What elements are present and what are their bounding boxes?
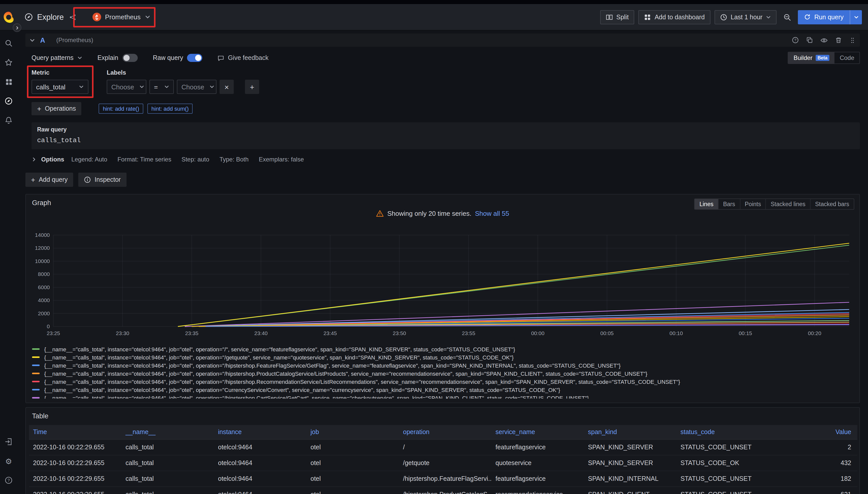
sidebar-item-search[interactable] (0, 36, 17, 51)
explore-compass-icon (24, 13, 33, 21)
query-ref-id: A (40, 36, 45, 44)
sidebar-item-explore[interactable] (0, 93, 17, 109)
legend-item[interactable]: {__name__="calls_total", instance="otelc… (32, 362, 855, 368)
time-range-picker[interactable]: Last 1 hour (715, 10, 777, 24)
graph-mode-points[interactable]: Points (740, 199, 765, 209)
give-feedback-label: Give feedback (228, 54, 269, 61)
explain-label: Explain (97, 54, 118, 61)
legend-item[interactable]: {__name__="calls_total", instance="otelc… (32, 386, 855, 393)
svg-text:23:40: 23:40 (254, 330, 268, 336)
column-header-__name__[interactable]: __name__ (122, 425, 214, 439)
legend-item[interactable]: {__name__="calls_total", instance="otelc… (32, 354, 855, 360)
graph-panel-title: Graph (32, 199, 51, 207)
option-summary-item: Step: auto (181, 156, 209, 163)
query-options-row[interactable]: Options Legend: AutoFormat: Time seriesS… (32, 154, 860, 165)
clock-icon (720, 14, 727, 21)
share-icon[interactable] (69, 14, 76, 21)
query-datasource-note: (Prometheus) (56, 37, 93, 44)
add-label-filter-button[interactable]: + (245, 80, 259, 94)
raw-query-label: Raw query (153, 54, 183, 61)
sidebar-item-dashboards[interactable] (0, 74, 17, 89)
sidebar-item-help[interactable]: ? (0, 473, 17, 488)
graph-mode-stacked-bars[interactable]: Stacked bars (810, 199, 854, 209)
column-header-time[interactable]: Time (29, 425, 122, 439)
run-query-button[interactable]: Run query (798, 10, 850, 24)
table-cell: /hipstershop.ProductCatalogS... (399, 487, 491, 494)
svg-text:23:30: 23:30 (116, 330, 129, 336)
label-value-placeholder: Choose (181, 83, 204, 91)
legend-item[interactable]: {__name__="calls_total", instance="otelc… (32, 370, 855, 377)
query-help-button[interactable]: ? (792, 37, 799, 44)
hide-response-button[interactable] (820, 36, 828, 44)
chevron-down-icon (164, 84, 169, 89)
table-cell: SPAN_KIND_SERVER (584, 455, 676, 471)
add-operation-button[interactable]: + Operations (32, 102, 82, 115)
hint-add-rate-button[interactable]: hint: add rate() (99, 103, 143, 114)
table-cell: 2022-10-16 00:22:29.655 (29, 455, 122, 471)
legend-item[interactable]: {__name__="calls_total", instance="otelc… (32, 346, 855, 353)
sidebar-item-alerting[interactable] (0, 113, 17, 128)
refresh-icon (804, 14, 811, 20)
column-header-status_code[interactable]: status_code (676, 425, 769, 439)
chevron-right-icon (15, 26, 19, 30)
expand-sidebar-button[interactable] (13, 23, 21, 32)
add-query-button[interactable]: + Add query (25, 173, 73, 187)
run-query-dropdown-toggle[interactable] (850, 10, 862, 24)
options-label: Options (41, 156, 64, 163)
split-button[interactable]: Split (600, 10, 634, 24)
column-header-job[interactable]: job (306, 425, 399, 439)
column-header-service_name[interactable]: service_name (491, 425, 584, 439)
graph-mode-bars[interactable]: Bars (718, 199, 740, 209)
column-header-span_kind[interactable]: span_kind (584, 425, 676, 439)
svg-text:23:45: 23:45 (324, 330, 337, 336)
grafana-logo[interactable] (0, 11, 17, 24)
metric-labels-row: Metric calls_total Labels (32, 69, 860, 94)
option-summary-item: Exemplars: false (259, 156, 304, 163)
legend-series-color (32, 348, 40, 350)
code-mode-button[interactable]: Code (835, 52, 860, 63)
metric-select[interactable]: calls_total (32, 80, 88, 94)
label-key-select[interactable]: Choose (107, 80, 146, 94)
inspector-button[interactable]: Inspector (78, 173, 126, 187)
table-cell: 182 (769, 471, 857, 487)
sidebar-item-sign-in[interactable] (0, 434, 17, 449)
hint-add-sum-button[interactable]: hint: add sum() (147, 103, 193, 114)
beta-badge: Beta (816, 55, 830, 61)
legend-series-color (32, 389, 40, 391)
column-header-value[interactable]: Value (769, 425, 857, 439)
graph-mode-stacked-lines[interactable]: Stacked lines (765, 199, 810, 209)
builder-mode-button[interactable]: Builder Beta (789, 52, 835, 63)
time-series-chart[interactable]: 0200040006000800010000120001400023:2523:… (30, 230, 854, 344)
legend-item[interactable]: {__name__="calls_total", instance="otelc… (32, 395, 855, 399)
chevron-down-icon (210, 84, 215, 89)
legend-series-label: {__name__="calls_total", instance="otelc… (44, 387, 560, 393)
sidebar-item-configuration[interactable]: ⚙ (0, 453, 17, 469)
legend-series-label: {__name__="calls_total", instance="otelc… (44, 362, 620, 368)
raw-query-toggle[interactable] (187, 54, 202, 62)
query-patterns-dropdown[interactable]: Query patterns (32, 54, 82, 61)
explore-actions-row: + Add query Inspector (25, 173, 860, 187)
zoom-out-button[interactable] (781, 10, 794, 24)
remove-label-filter-button[interactable]: × (219, 80, 234, 94)
show-all-series-link[interactable]: Show all 55 (475, 210, 509, 217)
drag-handle[interactable] (849, 37, 856, 43)
label-operator-select[interactable]: = (149, 80, 174, 94)
code-label: Code (840, 54, 854, 61)
chevron-down-icon (145, 14, 150, 20)
duplicate-query-button[interactable] (806, 37, 813, 44)
label-value-select[interactable]: Choose (177, 80, 217, 94)
give-feedback-button[interactable]: Give feedback (218, 54, 269, 61)
graph-mode-lines[interactable]: Lines (695, 199, 718, 209)
datasource-picker[interactable]: Prometheus (89, 10, 153, 24)
table-cell: STATUS_CODE_UNSET (676, 487, 769, 494)
column-header-instance[interactable]: instance (214, 425, 306, 439)
remove-query-button[interactable] (835, 37, 842, 44)
query-editor-toolbar: Query patterns Explain Raw query Give fe… (32, 52, 860, 64)
add-to-dashboard-button[interactable]: Add to dashboard (638, 10, 710, 24)
explain-toggle[interactable] (122, 54, 138, 62)
column-header-operation[interactable]: operation (399, 425, 491, 439)
editor-mode-switcher: Builder Beta Code (788, 52, 860, 64)
query-row-header[interactable]: A (Prometheus) ? (25, 34, 860, 47)
legend-item[interactable]: {__name__="calls_total", instance="otelc… (32, 378, 855, 385)
sidebar-item-starred[interactable] (0, 55, 17, 70)
